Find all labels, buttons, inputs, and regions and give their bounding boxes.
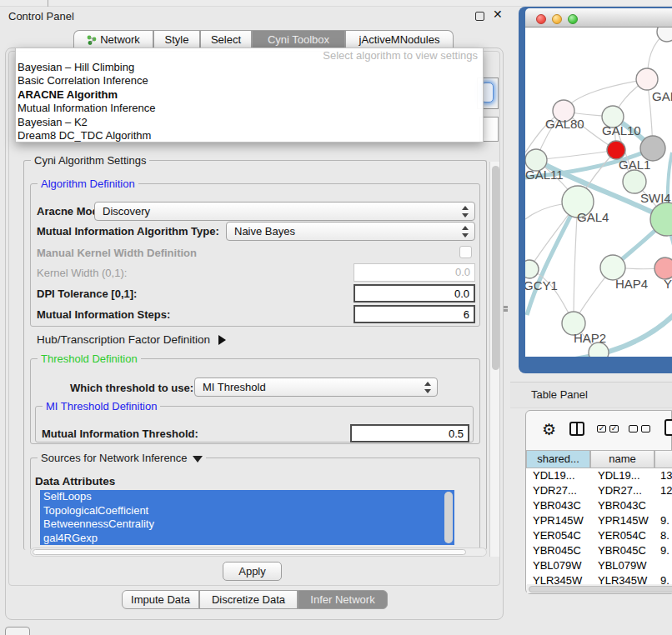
table-row[interactable]: YBR043CYBR043C xyxy=(526,498,672,513)
mi-threshold-input[interactable]: 0.5 xyxy=(350,424,469,442)
mi-threshold-group-title: MI Threshold Definition xyxy=(43,400,160,412)
tab-select[interactable]: Select xyxy=(200,30,252,48)
network-edge[interactable] xyxy=(564,79,647,111)
tab-discretize-data[interactable]: Discretize Data xyxy=(199,590,298,609)
checked-checkbox-icon[interactable]: ✓ xyxy=(609,425,619,432)
tab-impute-data[interactable]: Impute Data xyxy=(122,590,199,609)
table-cell[interactable]: YPR145W xyxy=(598,513,649,528)
algorithm-option[interactable]: Mutual Information Inference xyxy=(16,102,483,115)
mi-type-select[interactable]: Naive Bayes xyxy=(226,222,475,241)
algorithm-option[interactable]: Bayesian – K2 xyxy=(16,116,483,129)
table-row[interactable]: YBL079WYBL079W xyxy=(526,558,672,573)
table-cell[interactable]: YER054C xyxy=(598,528,646,543)
table-cell[interactable]: YBR043C xyxy=(533,498,581,513)
aracne-mode-select[interactable]: Discovery xyxy=(94,202,475,221)
tab-network[interactable]: Network xyxy=(73,30,153,48)
table-row[interactable]: YLR345WYLR345W9. xyxy=(526,573,672,585)
table-horizontal-scrollbar[interactable] xyxy=(527,584,672,593)
unchecked-checkbox-icon[interactable] xyxy=(641,425,650,432)
data-attributes-list[interactable]: SelfLoopsTopologicalCoefficientBetweenne… xyxy=(40,490,454,545)
tab-jactivemnodules[interactable]: jActiveMNodules xyxy=(345,30,454,48)
algorithm-option[interactable]: Bayesian – Hill Climbing xyxy=(16,61,483,74)
node-table[interactable]: shared... name A YDL19...YDL19...13YDR27… xyxy=(526,450,672,585)
algorithm-list: Bayesian – Hill ClimbingBasic Correlatio… xyxy=(16,61,483,142)
settings-vertical-scrollbar[interactable] xyxy=(489,162,499,557)
table-cell[interactable]: YBR043C xyxy=(598,498,646,513)
tab-cyni-toolbox[interactable]: Cyni Toolbox xyxy=(252,30,345,48)
table-cell[interactable]: 9. xyxy=(660,513,669,528)
data-attribute-item[interactable]: SelfLoops xyxy=(40,490,454,504)
node-label: GAL11 xyxy=(525,168,564,182)
attributes-scrollbar-thumb[interactable] xyxy=(444,492,453,543)
mi-steps-input[interactable]: 6 xyxy=(354,305,475,323)
table-cell[interactable]: YLR345W xyxy=(598,573,647,585)
table-cell[interactable]: YBL079W xyxy=(598,558,647,573)
algorithm-option[interactable]: Dream8 DC_TDC Algorithm xyxy=(16,129,483,142)
column-header-third[interactable]: A xyxy=(654,450,672,468)
column-header-shared-name[interactable]: shared... xyxy=(526,450,590,468)
algorithm-option[interactable]: Basic Correlation Inference xyxy=(16,74,483,88)
table-cell[interactable]: 12 xyxy=(660,483,672,498)
collapsed-arrow-icon xyxy=(218,335,226,345)
table-cell[interactable]: YBL079W xyxy=(533,558,582,573)
column-header-name[interactable]: name xyxy=(590,450,654,468)
dpi-tolerance-label: DPI Tolerance [0,1]: xyxy=(37,288,137,300)
close-traffic-light[interactable] xyxy=(536,14,546,24)
table-cell[interactable]: YER054C xyxy=(533,528,581,543)
unchecked-checkbox-icon[interactable] xyxy=(629,425,638,432)
table-cell[interactable]: YDL19... xyxy=(598,468,640,483)
sources-title[interactable]: Sources for Network Inference xyxy=(38,452,206,464)
split-pane-handle[interactable] xyxy=(504,305,509,315)
table-cell[interactable]: 13 xyxy=(660,468,672,483)
network-node[interactable] xyxy=(525,260,539,278)
network-node[interactable] xyxy=(607,141,625,159)
table-cell[interactable]: 8. xyxy=(660,528,669,543)
settings-horizontal-scrollbar[interactable] xyxy=(30,548,487,557)
tab-style[interactable]: Style xyxy=(153,30,200,48)
network-edge[interactable] xyxy=(536,150,616,160)
table-cell[interactable]: YDR27... xyxy=(598,483,642,498)
table-row[interactable]: YER054CYER054C8. xyxy=(526,528,672,543)
dpi-tolerance-input[interactable]: 0.0 xyxy=(354,284,475,302)
zoom-traffic-light[interactable] xyxy=(568,14,578,24)
table-row[interactable]: YPR145WYPR145W9. xyxy=(526,513,672,528)
algorithm-option[interactable]: ARACNE Algorithm xyxy=(16,88,483,102)
checked-checkbox-icon[interactable]: ✓ xyxy=(597,425,606,432)
table-cell[interactable]: YPR145W xyxy=(533,513,584,528)
vscroll-thumb[interactable] xyxy=(492,166,499,370)
network-node[interactable] xyxy=(636,68,658,90)
table-cell[interactable]: YBR045C xyxy=(598,543,646,558)
close-panel-icon[interactable]: ✕ xyxy=(493,8,503,21)
manual-kernel-checkbox[interactable] xyxy=(459,246,472,258)
table-cell[interactable]: YDR27... xyxy=(533,483,577,498)
hub-section-toggle[interactable]: Hub/Transcription Factor Definition xyxy=(37,333,226,346)
tab-infer-network[interactable]: Infer Network xyxy=(298,590,388,609)
threshold-definition-title: Threshold Definition xyxy=(38,352,141,365)
table-cell[interactable]: YBR045C xyxy=(533,543,581,558)
gear-icon[interactable]: ⚙ xyxy=(542,420,556,439)
minimize-traffic-light[interactable] xyxy=(552,14,562,24)
table-cell[interactable]: YLR345W xyxy=(533,573,582,585)
table-toolbar: ⚙ ✓ ✓ xyxy=(525,417,672,447)
which-threshold-select[interactable]: MI Threshold xyxy=(194,378,438,397)
corner-panel-icon[interactable] xyxy=(5,627,30,635)
table-cell[interactable]: 9. xyxy=(660,573,669,585)
table-hscroll-thumb[interactable] xyxy=(529,586,672,592)
network-window-titlebar[interactable] xyxy=(525,8,672,28)
table-row[interactable]: YBR045CYBR045C9. xyxy=(526,543,672,558)
network-edge[interactable] xyxy=(527,202,578,315)
new-table-icon[interactable] xyxy=(664,419,672,436)
table-cell[interactable]: YDL19... xyxy=(533,468,575,483)
data-attribute-item[interactable]: BetweennessCentrality xyxy=(40,518,454,532)
apply-button[interactable]: Apply xyxy=(223,562,282,581)
table-cell[interactable]: 9. xyxy=(660,543,669,558)
network-canvas[interactable]: GALGAL80GAL10GAL1GAL11SWI4GAL4GCY1HAP4YH… xyxy=(525,28,672,357)
columns-icon[interactable] xyxy=(569,422,584,436)
network-node[interactable] xyxy=(623,170,646,193)
table-row[interactable]: YDL19...YDL19...13 xyxy=(526,468,672,483)
hscroll-thumb[interactable] xyxy=(33,549,466,555)
data-attribute-item[interactable]: TopologicalCoefficient xyxy=(40,504,454,518)
table-row[interactable]: YDR27...YDR27...12 xyxy=(526,483,672,498)
float-panel-icon[interactable] xyxy=(475,12,484,21)
data-attribute-item[interactable]: gal4RGexp xyxy=(40,532,454,546)
